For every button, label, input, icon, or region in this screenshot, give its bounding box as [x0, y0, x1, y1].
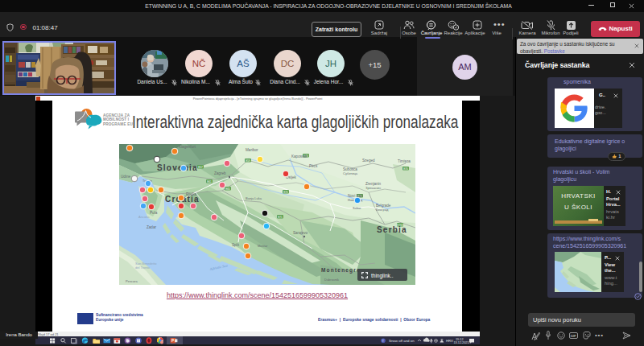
- svg-text:E70: E70: [403, 167, 408, 170]
- svg-text:Суботица: Суботица: [343, 171, 358, 175]
- svg-text:del Tronto: del Tronto: [135, 266, 151, 270]
- svg-text:Timișoa: Timișoa: [398, 159, 411, 163]
- svg-text:Klagenfurt: Klagenfurt: [179, 145, 196, 149]
- svg-text:Zadar: Zadar: [147, 225, 156, 229]
- svg-text:Mostar: Mostar: [258, 244, 268, 248]
- svg-text:Sarajevo: Sarajevo: [293, 231, 308, 235]
- svg-text:Београд: Београд: [376, 208, 389, 212]
- svg-text:Serbia: Serbia: [377, 225, 407, 234]
- svg-text:Sabac: Sabac: [353, 207, 361, 210]
- svg-text:Banja Luka: Banja Luka: [246, 196, 262, 200]
- svg-text:Zagreb: Zagreb: [214, 171, 226, 175]
- svg-text:thinglink..: thinglink..: [371, 272, 394, 278]
- svg-text:Зрењанин: Зрењанин: [365, 186, 381, 190]
- svg-text:Split: Split: [232, 243, 240, 247]
- svg-text:Dubrovnik: Dubrovnik: [324, 278, 339, 282]
- svg-text:E71: E71: [278, 215, 283, 218]
- svg-text:13.12.2021.: 13.12.2021.: [454, 341, 470, 344]
- svg-text:19:12: 19:12: [456, 337, 464, 340]
- svg-text:Udine: Udine: [121, 175, 130, 179]
- svg-text:E57: E57: [198, 165, 203, 168]
- svg-text:Pula: Pula: [150, 211, 158, 215]
- svg-text:E65: E65: [225, 187, 230, 190]
- svg-text:E59: E59: [246, 159, 250, 162]
- svg-text:GIF: GIF: [571, 334, 576, 338]
- svg-text:Szeged: Szeged: [362, 159, 375, 163]
- svg-text:Maribor: Maribor: [246, 148, 258, 152]
- svg-text:HRV: HRV: [446, 338, 453, 342]
- svg-text:Montenegro: Montenegro: [321, 267, 361, 274]
- svg-text:Snow off and on: Snow off and on: [389, 338, 415, 342]
- svg-text:E70: E70: [283, 190, 288, 193]
- svg-text:Slovenia: Slovenia: [157, 163, 198, 172]
- svg-text:Kaposvár: Kaposvár: [291, 154, 308, 159]
- svg-text:E61: E61: [207, 179, 212, 183]
- svg-text:P: P: [171, 339, 174, 343]
- svg-text:Pescara: Pescara: [126, 279, 138, 283]
- svg-text:Pécs: Pécs: [309, 164, 318, 168]
- svg-text:Ancona: Ancona: [138, 215, 150, 219]
